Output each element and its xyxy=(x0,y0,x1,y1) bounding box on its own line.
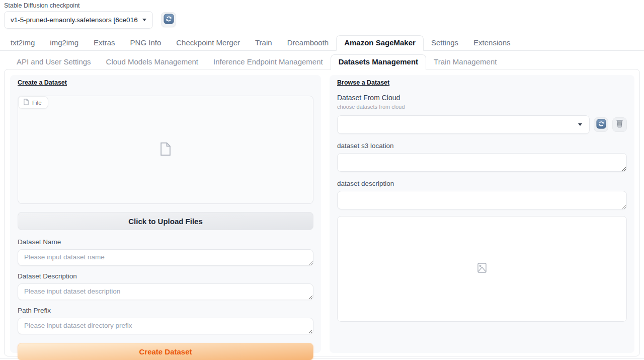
tab-amazon-sagemaker[interactable]: Amazon SageMaker xyxy=(336,35,424,51)
dataset-name-input[interactable] xyxy=(18,249,313,266)
dataset-name-label: Dataset Name xyxy=(18,238,313,246)
dataset-from-cloud-label: Dataset From Cloud xyxy=(337,94,627,102)
checkpoint-label: Stable Diffusion checkpoint xyxy=(4,2,176,9)
tab-dreambooth[interactable]: Dreambooth xyxy=(280,36,337,50)
path-prefix-label: Path Prefix xyxy=(18,307,313,314)
dataset-from-cloud-dropdown[interactable] xyxy=(337,115,590,134)
subtab-datasets-management[interactable]: Datasets Management xyxy=(331,54,426,70)
checkpoint-bar: Stable Diffusion checkpoint v1-5-pruned-… xyxy=(4,2,176,29)
dataset-description-input[interactable] xyxy=(18,283,313,300)
subtab-train-management[interactable]: Train Management xyxy=(426,55,504,69)
file-icon xyxy=(23,99,29,106)
tab-extras[interactable]: Extras xyxy=(86,36,123,50)
subtab-inference-endpoint-management[interactable]: Inference Endpoint Management xyxy=(206,55,331,69)
browse-dataset-panel: Browse a Dataset Dataset From Cloud choo… xyxy=(330,75,634,353)
checkpoint-dropdown[interactable]: v1-5-pruned-emaonly.safetensors [6ce0161… xyxy=(4,11,153,29)
refresh-checkpoint-button[interactable] xyxy=(161,12,176,27)
dataset-description-label: Dataset Description xyxy=(18,272,313,280)
image-placeholder-icon xyxy=(476,262,488,276)
sagemaker-sub-tab-bar: API and User Settings Cloud Models Manag… xyxy=(4,54,504,69)
datasets-management-panel: Create a Dataset File Click to Upload Fi… xyxy=(4,69,640,356)
main-tab-bar: txt2img img2img Extras PNG Info Checkpoi… xyxy=(0,36,644,51)
s3-location-label: dataset s3 location xyxy=(337,142,627,150)
browse-dataset-title: Browse a Dataset xyxy=(337,79,627,86)
tab-img2img[interactable]: img2img xyxy=(42,36,86,50)
dataset-dropdown-row xyxy=(337,115,627,134)
tab-settings[interactable]: Settings xyxy=(424,36,466,50)
cloud-dataset-description-label: dataset description xyxy=(337,180,627,187)
refresh-datasets-button[interactable] xyxy=(594,117,608,132)
delete-dataset-button[interactable] xyxy=(612,117,627,132)
dataset-from-cloud-info: choose datasets from cloud xyxy=(337,104,627,110)
path-prefix-input[interactable] xyxy=(18,318,313,334)
tab-txt2img[interactable]: txt2img xyxy=(3,36,42,50)
tab-png-info[interactable]: PNG Info xyxy=(123,36,169,50)
file-placeholder-icon xyxy=(159,142,172,158)
subtab-cloud-models-management[interactable]: Cloud Models Management xyxy=(99,55,206,69)
trash-icon xyxy=(615,119,624,130)
upload-files-button[interactable]: Click to Upload Files xyxy=(18,212,313,230)
file-upload-dropzone[interactable]: File xyxy=(18,96,313,204)
refresh-icon xyxy=(164,14,174,26)
s3-location-input[interactable] xyxy=(337,153,627,172)
chevron-down-icon xyxy=(578,123,582,126)
file-type-chip[interactable]: File xyxy=(18,96,48,109)
checkpoint-value: v1-5-pruned-emaonly.safetensors [6ce0161… xyxy=(11,16,138,24)
subtab-api-user-settings[interactable]: API and User Settings xyxy=(9,55,99,69)
file-chip-label: File xyxy=(32,100,42,106)
tab-checkpoint-merger[interactable]: Checkpoint Merger xyxy=(169,36,248,50)
tab-train[interactable]: Train xyxy=(248,36,280,50)
chevron-down-icon xyxy=(142,19,146,21)
create-dataset-title: Create a Dataset xyxy=(18,79,313,86)
dataset-preview-gallery[interactable] xyxy=(337,216,627,322)
cloud-dataset-description-input[interactable] xyxy=(337,191,627,209)
refresh-icon xyxy=(596,119,606,131)
create-dataset-panel: Create a Dataset File Click to Upload Fi… xyxy=(10,75,321,353)
create-dataset-button[interactable]: Create Dataset xyxy=(18,343,313,360)
tab-extensions[interactable]: Extensions xyxy=(466,36,518,50)
